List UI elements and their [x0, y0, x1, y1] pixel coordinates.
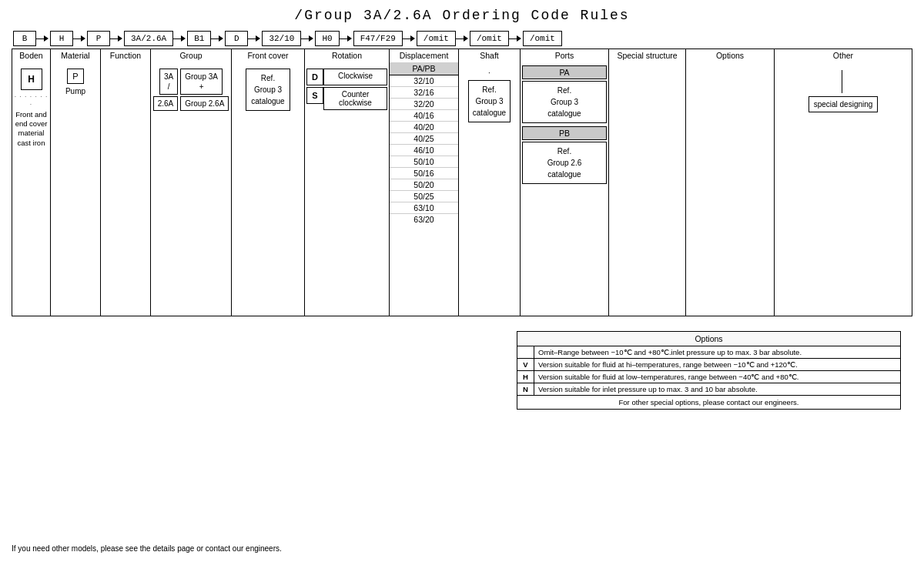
header-displacement: Displacement: [390, 49, 459, 62]
disp-item-10: 50/25: [390, 191, 458, 202]
code-D: D: [225, 31, 248, 46]
header-row: Boden Material Function Group Front cove…: [12, 49, 912, 62]
ports-PB-desc: Ref. Group 2.6 catalogue: [522, 142, 607, 184]
code-3a26a: 3A/2.6A: [124, 31, 173, 46]
rotation-counter: Counterclockwise: [323, 87, 387, 110]
disp-item-7: 50/10: [390, 156, 458, 168]
disp-item-1: 32/16: [390, 87, 458, 99]
boden-dots: · · · · · · · ·: [14, 92, 49, 108]
col-options-header: [686, 62, 775, 316]
col-frontcover: Ref. Group 3 catalogue: [232, 62, 305, 316]
header-function: Function: [101, 49, 151, 62]
option-row-H: H Version suitable for fluid at low–temp…: [517, 371, 901, 383]
option-footer-row: For other special options, please contac…: [517, 396, 901, 410]
disp-item-2: 32/20: [390, 99, 458, 110]
col-boden: H · · · · · · · · Front andend covermate…: [12, 62, 51, 316]
disp-item-6: 46/10: [390, 145, 458, 156]
content-row: H · · · · · · · · Front andend covermate…: [12, 62, 912, 316]
material-desc: Pump: [65, 87, 85, 95]
option-key-H: H: [517, 371, 534, 383]
material-value: P: [67, 69, 83, 84]
option-row-0: Omit–Range between −10℃ and +80℃.inlet p…: [517, 346, 901, 359]
disp-item-3: 40/16: [390, 110, 458, 122]
boden-desc: Front andend covermaterialcast iron: [15, 110, 48, 148]
col-group: 3A/ Group 3A+ 2.6A Group 2.6A: [151, 62, 232, 316]
disp-item-11: 63/10: [390, 202, 458, 214]
header-boden: Boden: [12, 49, 51, 62]
rotation-S: S: [306, 87, 323, 104]
page: /Group 3A/2.6A Ordering Code Rules B H P…: [0, 0, 924, 562]
disp-item-0: 32/10: [390, 75, 458, 87]
col-displacement: PA/PB 32/10 32/16 32/20 40/16 40/20 40/2…: [390, 62, 459, 316]
code-omit3: /omit: [523, 31, 562, 46]
options-table: Omit–Range between −10℃ and +80℃.inlet p…: [517, 346, 901, 410]
frontcover-desc: Ref. Group 3 catalogue: [246, 69, 290, 111]
header-shaft: Shaft: [459, 49, 521, 62]
disp-item-4: 40/20: [390, 122, 458, 133]
code-omit1: /omit: [417, 31, 456, 46]
boden-value: H: [21, 69, 42, 90]
ports-PA-desc: Ref. Group 3 catalogue: [522, 81, 607, 123]
header-frontcover: Front cover: [232, 49, 305, 62]
code-omit2: /omit: [470, 31, 509, 46]
header-rotation: Rotation: [305, 49, 390, 62]
disp-item-12: 63/20: [390, 214, 458, 225]
header-ports: Ports: [521, 49, 609, 62]
disp-item-9: 50/20: [390, 179, 458, 191]
option-footer: For other special options, please contac…: [517, 396, 901, 410]
rotation-D: D: [306, 69, 323, 85]
ports-PB-label: PB: [522, 126, 607, 140]
code-3210: 32/10: [262, 31, 301, 46]
option-desc-V: Version suitable for fluid at hi–tempera…: [534, 359, 901, 371]
shaft-desc: Ref. Group 3 catalogue: [468, 80, 511, 122]
code-B1: B1: [187, 31, 211, 46]
option-row-N: N Version suitable for inlet pressure up…: [517, 383, 901, 396]
disp-item-5: 40/25: [390, 133, 458, 145]
other-desc: special designing: [808, 96, 879, 112]
col-material: P Pump: [51, 62, 101, 316]
code-B: B: [13, 31, 36, 46]
group-plus: Group 3A+: [180, 69, 223, 95]
option-desc-0: Omit–Range between −10℃ and +80℃.inlet p…: [534, 346, 901, 359]
option-desc-N: Version suitable for inlet pressure up t…: [534, 383, 901, 396]
option-key-N: N: [517, 383, 534, 396]
rotation-clockwise: Clockwise: [323, 69, 387, 85]
option-desc-H: Version suitable for fluid at low–temper…: [534, 371, 901, 383]
page-title: /Group 3A/2.6A Ordering Code Rules: [12, 8, 912, 23]
header-material: Material: [51, 49, 101, 62]
code-H: H: [50, 31, 73, 46]
col-other: special designing: [775, 62, 912, 316]
displacement-header: PA/PB: [390, 62, 458, 75]
options-title: Options: [517, 331, 901, 346]
header-options: Options: [686, 49, 775, 62]
footer-note: If you need other models, please see the…: [12, 544, 282, 553]
col-ports: PA Ref. Group 3 catalogue PB Ref. Group …: [521, 62, 609, 316]
codes-row: B H P 3A/2.6A B1 D 32/10 H0 F47/F29 /omi…: [12, 31, 912, 46]
group-26a-label: Group 2.6A: [180, 96, 229, 111]
option-key-V: V: [517, 359, 534, 371]
code-H0: H0: [315, 31, 339, 46]
header-group: Group: [151, 49, 232, 62]
col-function: [101, 62, 151, 316]
disp-item-8: 50/16: [390, 168, 458, 179]
group-26a: 2.6A: [153, 96, 179, 111]
options-section: Options Omit–Range between −10℃ and +80℃…: [517, 331, 901, 410]
code-F47F29: F47/F29: [353, 31, 403, 46]
ports-PA-label: PA: [522, 65, 607, 79]
option-row-V: V Version suitable for fluid at hi–tempe…: [517, 359, 901, 371]
code-P: P: [87, 31, 110, 46]
header-other: Other: [775, 49, 912, 62]
col-shaft: · Ref. Group 3 catalogue: [459, 62, 521, 316]
group-3a: 3A/: [159, 69, 178, 95]
col-special: [609, 62, 686, 316]
header-special: Special structure: [609, 49, 686, 62]
col-rotation: D Clockwise S Counterclockwise: [305, 62, 390, 316]
